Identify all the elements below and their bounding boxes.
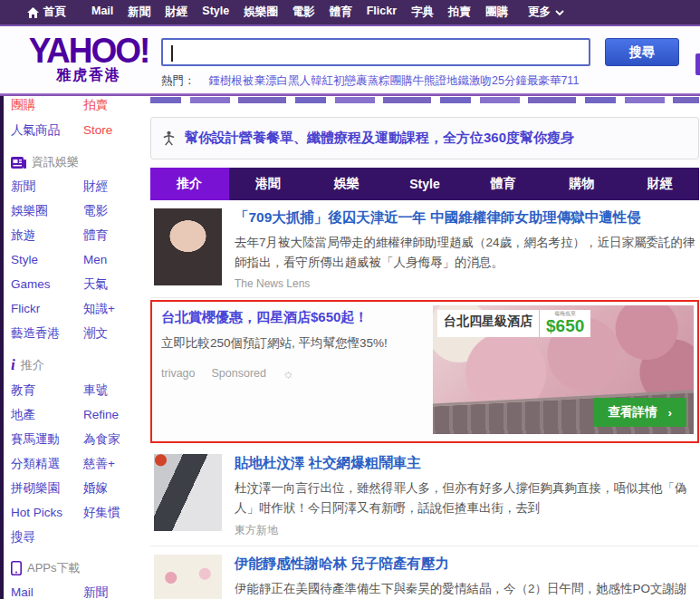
sidebar-quick-link[interactable]: 團購 (11, 96, 83, 118)
home-icon (27, 7, 39, 18)
nav-item[interactable]: 電影 (292, 5, 315, 20)
sidebar-link[interactable]: 體育 (83, 223, 147, 247)
sidebar-link[interactable]: 財經 (83, 174, 147, 198)
content-tab[interactable]: Style (386, 168, 465, 200)
sidebar-section-header-media: 資訊娛樂 (11, 154, 147, 170)
sidebar-section-title: 資訊娛樂 (32, 154, 79, 170)
sidebar-link[interactable]: 搜尋 (11, 525, 83, 549)
nav-item[interactable]: 字典 (411, 5, 434, 20)
sidebar-link[interactable]: Men (83, 247, 147, 272)
ad-image[interactable]: 台北四星級酒店 每晚低至 $650 查看詳情 › (433, 305, 694, 434)
sidebar-link[interactable]: 地產 (11, 402, 83, 427)
search-button[interactable]: 搜尋 (605, 38, 679, 66)
page-body: 團購拍賣人氣商品Store 資訊娛樂 新聞財經娛樂圈電影旅遊體育StyleMen… (0, 96, 700, 599)
sidebar-link[interactable]: 新聞 (11, 174, 83, 198)
nav-home-link[interactable]: 首頁 (27, 5, 66, 20)
hot-topic-link[interactable]: 韓紅初戀 (311, 74, 356, 87)
content-tab[interactable]: 推介 (150, 168, 229, 200)
nav-item[interactable]: Mail (91, 5, 113, 20)
sidebar-link[interactable]: 新聞 (83, 580, 147, 599)
ad-cta-label: 查看詳情 (609, 404, 657, 420)
content-tab[interactable]: 港聞 (229, 168, 308, 200)
article-text: 貼地杜汶澤 社交網爆粗鬧車主 杜汶澤一向言行出位，雖然得罪人多，但亦有好多人撐佢… (235, 454, 697, 538)
ad-cta-arrow-icon: › (668, 406, 673, 420)
nav-item[interactable]: 體育 (330, 5, 352, 20)
sidebar-link[interactable]: 為食家 (83, 427, 147, 451)
header: YAHOO! 雅虎香港 搜尋 熱門： 鍾樹根被棄漂白黑人韓紅初戀裹蒸粽團購牛熊證… (0, 24, 700, 93)
content-tab[interactable]: 財經 (620, 168, 699, 200)
fitness-promo-banner[interactable]: 幫你設計營養餐單、纖體療程及運動課程，全方位360度幫你瘦身 (150, 117, 699, 159)
hot-topic-link[interactable]: 鍾樹根被棄 (209, 74, 266, 87)
nav-item[interactable]: 拍賣 (448, 5, 471, 20)
sidebar: 團購拍賣人氣商品Store 資訊娛樂 新聞財經娛樂圈電影旅遊體育StyleMen… (4, 96, 147, 599)
sidebar-link[interactable]: 婚嫁 (83, 476, 147, 500)
content-tabs: 推介港聞娛樂Style體育購物財經 (150, 168, 699, 200)
sidebar-link[interactable]: Flickr (11, 296, 83, 321)
sponsored-ad-highlighted[interactable]: 台北賞櫻優惠，四星酒店$650起！ 立即比較250個預訂網站, 平均幫您慳35%… (150, 300, 699, 443)
clipped-text-row (150, 97, 699, 103)
yahoo-logo[interactable]: YAHOO! 雅虎香港 (25, 32, 152, 85)
sidebar-link[interactable]: Games (11, 272, 83, 296)
article-source: The News Lens (235, 277, 310, 290)
sidebar-link[interactable]: 拼砌樂園 (11, 476, 83, 500)
hot-topic-link[interactable]: 地鐵激吻25分鐘 (446, 74, 527, 87)
content-tab[interactable]: 娛樂 (307, 168, 386, 200)
article-item[interactable]: 「709大抓捕」後囚天津近一年 中國維權律師女助理傳獄中遭性侵 去年7月被大陸當… (150, 200, 699, 298)
adchoices-icon[interactable]: ☼ (283, 366, 294, 381)
sidebar-link[interactable]: 知識+ (83, 296, 147, 321)
sidebar-link[interactable]: 天氣 (83, 272, 147, 296)
sidebar-link[interactable]: 賽馬運動 (11, 427, 83, 451)
sidebar-link[interactable]: 車號 (83, 378, 147, 402)
article-summary: 杜汶澤一向言行出位，雖然得罪人多，但亦有好多人撐佢夠真夠直接，唔似其他「偽人」咁… (235, 478, 697, 517)
sidebar-link[interactable]: Refine (83, 402, 147, 427)
phone-icon (11, 561, 22, 575)
sidebar-link[interactable]: 電影 (83, 198, 147, 223)
nav-item[interactable]: 娛樂圈 (244, 5, 278, 20)
nav-item[interactable]: Flickr (367, 5, 397, 20)
article-title[interactable]: 貼地杜汶澤 社交網爆粗鬧車主 (235, 454, 697, 473)
article-title[interactable]: 「709大抓捕」後囚天津近一年 中國維權律師女助理傳獄中遭性侵 (235, 208, 697, 227)
nav-item[interactable]: 財經 (165, 5, 187, 20)
ad-sponsored-label: Sponsored (212, 367, 266, 380)
ad-cta-button[interactable]: 查看詳情 › (594, 398, 687, 427)
content-tab[interactable]: 購物 (542, 168, 621, 200)
sidebar-link[interactable]: 藝造香港 (11, 321, 83, 345)
sidebar-section-title: 推介 (21, 357, 44, 373)
top-navigation: 首頁 Mail新聞財經Style娛樂圈電影體育Flickr字典拍賣團購 更多 (0, 0, 700, 24)
article-item[interactable]: 伊能靜感性謝哈林 兒子陪產有壓力 伊能靜正在美國待產準備生下與秦昊的愛情結晶，今… (150, 546, 699, 599)
ad-image-overlay: 台北四星級酒店 每晚低至 $650 (437, 310, 590, 337)
sidebar-link[interactable]: 好集慣 (83, 500, 147, 525)
hot-topic-link[interactable]: 最豪華711 (527, 74, 579, 87)
nav-item[interactable]: 新聞 (128, 5, 150, 20)
ad-meta-row: trivago Sponsored ☼ (161, 366, 433, 381)
sidebar-link[interactable]: 娛樂圈 (11, 198, 83, 223)
content-tab[interactable]: 體育 (464, 168, 542, 200)
sidebar-link[interactable]: 潮文 (83, 321, 147, 345)
hot-topic-link[interactable]: 牛熊證 (413, 74, 447, 87)
hot-topic-link[interactable]: 漂白黑人 (265, 74, 311, 87)
ad-price-box: 每晚低至 $650 (540, 310, 590, 337)
sidebar-link[interactable]: Mail (11, 580, 83, 599)
sidebar-quick-link[interactable]: 人氣商品 (11, 118, 83, 143)
sidebar-quick-link[interactable]: Store (83, 118, 147, 143)
sidebar-link[interactable]: Style (11, 247, 83, 272)
nav-item[interactable]: Style (202, 5, 229, 20)
search-input[interactable] (163, 40, 589, 64)
sidebar-media-links: 新聞財經娛樂圈電影旅遊體育StyleMenGames天氣Flickr知識+藝造香… (11, 174, 147, 345)
sidebar-link[interactable]: Hot Picks (11, 500, 83, 525)
nav-more-menu[interactable]: 更多 (528, 5, 564, 20)
nav-item[interactable]: 團購 (485, 5, 508, 20)
hot-topic-link[interactable]: 裹蒸粽團購 (356, 74, 413, 87)
sidebar-link[interactable]: 慈善+ (83, 451, 147, 476)
sidebar-link[interactable]: 分類精選 (11, 451, 83, 476)
sidebar-link[interactable]: 教育 (11, 378, 83, 402)
article-text: 伊能靜感性謝哈林 兒子陪產有壓力 伊能靜正在美國待產準備生下與秦昊的愛情結晶，今… (235, 555, 697, 599)
sidebar-link[interactable]: 旅遊 (11, 223, 83, 247)
sidebar-quick-link[interactable]: 拍賣 (83, 96, 147, 118)
article-title[interactable]: 伊能靜感性謝哈林 兒子陪產有壓力 (235, 555, 697, 574)
ad-title[interactable]: 台北賞櫻優惠，四星酒店$650起！ (161, 309, 433, 326)
hot-topics-row: 熱門： 鍾樹根被棄漂白黑人韓紅初戀裹蒸粽團購牛熊證地鐵激吻25分鐘最豪華711 (161, 73, 579, 89)
article-item[interactable]: 貼地杜汶澤 社交網爆粗鬧車主 杜汶澤一向言行出位，雖然得罪人多，但亦有好多人撐佢… (150, 446, 699, 546)
chevron-down-icon (555, 10, 564, 15)
article-summary: 伊能靜正在美國待產準備生下與秦昊的愛情結晶，今（2）日午間，她感性PO文謝謝離婚… (235, 579, 697, 599)
